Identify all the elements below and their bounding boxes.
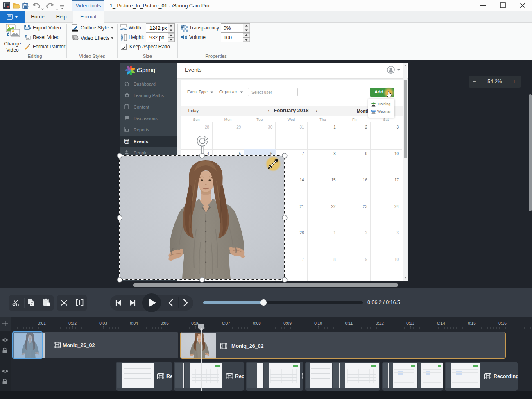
svg-text:15: 15 [125, 141, 128, 143]
